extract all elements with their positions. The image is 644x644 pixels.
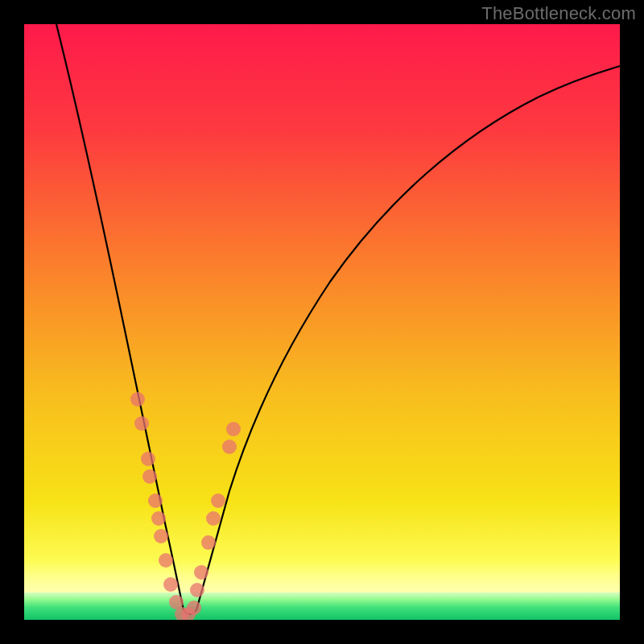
svg-point-5 xyxy=(148,493,163,508)
svg-point-19 xyxy=(222,440,237,454)
svg-point-20 xyxy=(226,422,241,436)
bottleneck-curve xyxy=(24,24,620,620)
watermark-text: TheBottleneck.com xyxy=(481,3,636,24)
svg-point-17 xyxy=(206,511,221,526)
plot-frame xyxy=(24,24,620,620)
svg-point-8 xyxy=(159,553,173,568)
svg-point-18 xyxy=(211,493,225,508)
svg-point-2 xyxy=(134,416,149,431)
svg-point-1 xyxy=(130,392,145,407)
svg-point-14 xyxy=(190,583,204,597)
svg-point-6 xyxy=(151,511,166,526)
svg-point-16 xyxy=(201,535,216,550)
svg-point-9 xyxy=(163,577,178,592)
svg-point-13 xyxy=(187,601,201,615)
svg-point-4 xyxy=(142,469,157,484)
svg-point-3 xyxy=(141,452,155,466)
marker-cluster xyxy=(130,392,241,620)
svg-point-15 xyxy=(194,565,208,580)
svg-point-7 xyxy=(154,529,168,543)
curve-right-branch xyxy=(196,66,620,610)
